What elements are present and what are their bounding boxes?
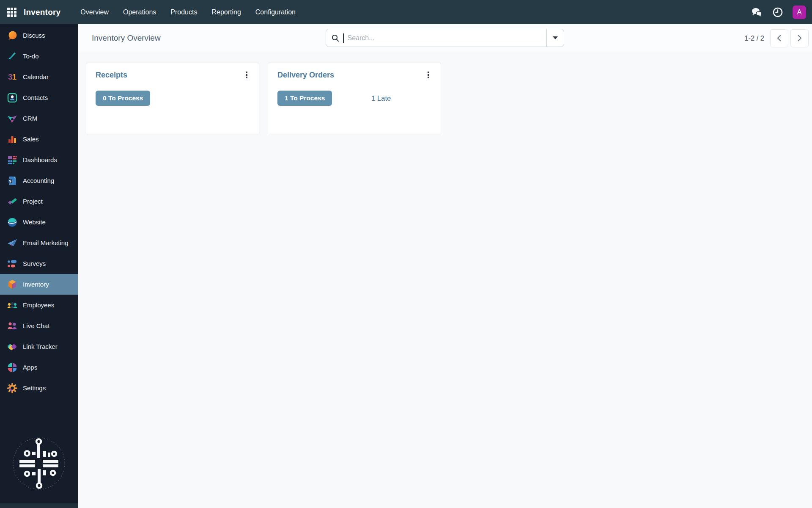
sidebar-item-settings[interactable]: Settings	[0, 378, 78, 398]
sidebar-app-list: Discuss To-do 3 1 Calendar	[0, 24, 78, 398]
chevron-right-icon	[797, 34, 802, 42]
sidebar-item-dashboards[interactable]: Dashboards	[0, 149, 78, 170]
navbar-menu: Overview Operations Products Reporting C…	[75, 0, 301, 24]
apps-grid-icon	[7, 8, 16, 17]
search-input[interactable]	[348, 34, 547, 42]
pager: 1-2 / 2	[744, 24, 809, 52]
pager-previous-button[interactable]	[770, 29, 788, 47]
sidebar-item-apps[interactable]: Apps	[0, 357, 78, 378]
activities-clock-icon[interactable]	[771, 6, 784, 19]
link-tracker-icon	[6, 341, 18, 352]
sidebar-item-label: Inventory	[23, 281, 49, 288]
page-title: Inventory Overview	[92, 33, 161, 43]
sidebar-item-label: Contacts	[23, 94, 48, 101]
delivery-orders-card-body: 1 To Process 1 Late	[277, 91, 431, 106]
messages-icon[interactable]	[750, 6, 763, 19]
discuss-icon	[6, 30, 18, 41]
sidebar-item-discuss[interactable]: Discuss	[0, 25, 78, 46]
sidebar-item-inventory[interactable]: Inventory	[0, 274, 78, 295]
nav-item-operations[interactable]: Operations	[118, 0, 162, 24]
search-icon	[332, 34, 339, 42]
sidebar-item-label: Discuss	[23, 32, 45, 39]
sidebar-item-label: Website	[23, 218, 46, 226]
apps-grid-button[interactable]	[0, 0, 24, 24]
user-avatar[interactable]: A	[793, 6, 806, 19]
contacts-icon	[6, 92, 18, 103]
sidebar-item-crm[interactable]: CRM	[0, 108, 78, 129]
app-sidebar: Discuss To-do 3 1 Calendar	[0, 24, 78, 508]
search-options-toggle[interactable]	[546, 29, 564, 47]
sidebar-item-label: Employees	[23, 301, 54, 309]
pager-range: 1-2 / 2	[744, 34, 764, 42]
app-brand-title: Inventory	[24, 8, 60, 17]
delivery-orders-card-menu-button[interactable]	[424, 70, 433, 80]
calendar-digit-3: 3	[8, 72, 12, 82]
sidebar-item-contacts[interactable]: Contacts	[0, 87, 78, 108]
sidebar-item-accounting[interactable]: $ Accounting	[0, 170, 78, 191]
sidebar-item-label: Project	[23, 198, 43, 205]
sidebar-item-label: Calendar	[23, 73, 49, 80]
nav-item-configuration[interactable]: Configuration	[250, 0, 301, 24]
nav-item-overview[interactable]: Overview	[75, 0, 114, 24]
sidebar-item-label: Dashboards	[23, 156, 57, 163]
live-chat-icon	[6, 320, 18, 331]
accounting-icon: $	[6, 175, 18, 186]
sidebar-item-label: Live Chat	[23, 322, 49, 329]
apps-icon	[6, 362, 18, 373]
nav-item-reporting[interactable]: Reporting	[206, 0, 246, 24]
inventory-icon	[6, 279, 18, 290]
pager-buttons	[770, 29, 809, 47]
sidebar-item-employees[interactable]: Employees	[0, 295, 78, 315]
project-icon	[6, 196, 18, 207]
sidebar-item-link-tracker[interactable]: Link Tracker	[0, 336, 78, 357]
dashboard-cards: Receipts 0 To Process Delivery Orders 1 …	[78, 52, 812, 135]
main-content: Inventory Overview 1-2 / 2	[78, 24, 812, 508]
sidebar-item-label: Apps	[23, 364, 37, 371]
sidebar-item-sales[interactable]: Sales	[0, 129, 78, 149]
pager-next-button[interactable]	[790, 29, 809, 47]
delivery-orders-card-title[interactable]: Delivery Orders	[277, 71, 334, 80]
delivery-orders-card: Delivery Orders 1 To Process 1 Late	[268, 63, 441, 135]
receipts-card: Receipts 0 To Process	[86, 63, 259, 135]
sidebar-item-label: Email Marketing	[23, 239, 69, 246]
employees-icon	[6, 299, 18, 311]
control-panel: Inventory Overview 1-2 / 2	[78, 24, 812, 52]
email-marketing-icon	[6, 237, 18, 248]
surveys-icon	[6, 258, 18, 269]
sidebar-item-project[interactable]: Project	[0, 191, 78, 212]
calendar-icon: 3 1	[6, 71, 18, 83]
sidebar-bottom-strip	[0, 503, 78, 508]
sidebar-item-label: Sales	[23, 135, 39, 143]
top-navbar: Inventory Overview Operations Products R…	[0, 0, 812, 24]
receipts-card-title[interactable]: Receipts	[96, 71, 127, 80]
delivery-orders-to-process-button[interactable]: 1 To Process	[277, 91, 332, 106]
chevron-down-icon	[553, 36, 558, 39]
sidebar-item-todo[interactable]: To-do	[0, 46, 78, 66]
sidebar-item-website[interactable]: Website	[0, 212, 78, 232]
calendar-digit-1: 1	[12, 72, 16, 82]
nav-item-products[interactable]: Products	[165, 0, 203, 24]
search-field-area	[326, 33, 546, 43]
sidebar-item-label: Surveys	[23, 260, 46, 267]
sidebar-item-label: To-do	[23, 52, 39, 60]
systray: A	[750, 6, 812, 19]
receipts-card-menu-button[interactable]	[242, 70, 251, 80]
sales-icon	[6, 133, 18, 145]
sidebar-item-label: Link Tracker	[23, 343, 58, 350]
receipts-to-process-button[interactable]: 0 To Process	[96, 91, 150, 106]
sidebar-item-surveys[interactable]: Surveys	[0, 253, 78, 274]
sidebar-item-live-chat[interactable]: Live Chat	[0, 315, 78, 336]
accounting-dollar-glyph: $	[9, 179, 11, 183]
delivery-orders-late-link[interactable]: 1 Late	[371, 94, 391, 102]
sidebar-item-calendar[interactable]: 3 1 Calendar	[0, 66, 78, 87]
sidebar-item-label: Settings	[23, 384, 46, 392]
sidebar-item-label: Accounting	[23, 177, 54, 184]
sidebar-item-label: CRM	[23, 115, 37, 122]
dashboards-icon	[6, 154, 18, 166]
sidebar-item-email-marketing[interactable]: Email Marketing	[0, 232, 78, 253]
chevron-left-icon	[776, 34, 782, 42]
company-logo	[11, 436, 67, 491]
website-icon	[6, 216, 18, 228]
text-cursor	[343, 33, 344, 43]
todo-icon	[6, 50, 18, 62]
